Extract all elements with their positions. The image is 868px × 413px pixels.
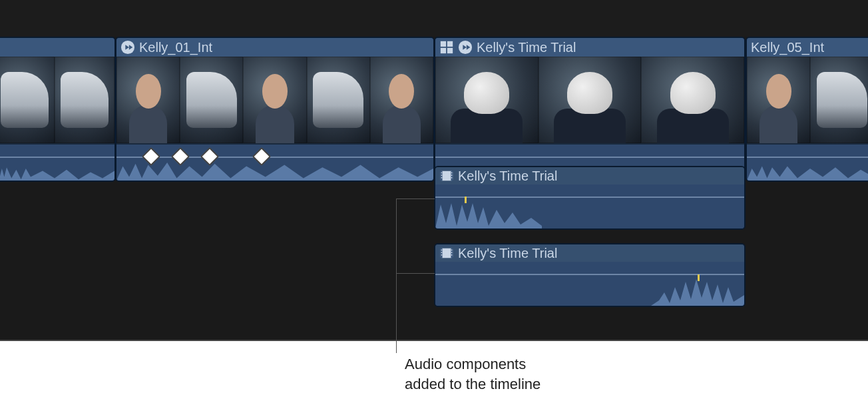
svg-rect-13 bbox=[451, 175, 452, 176]
audio-component-title: Kelly's Time Trial bbox=[458, 246, 557, 261]
thumbnail-frame bbox=[539, 57, 642, 143]
svg-rect-20 bbox=[441, 254, 442, 256]
clip-thumbnails bbox=[747, 57, 868, 143]
clip-audio-strip[interactable] bbox=[0, 143, 114, 181]
audio-component-header: Kelly's Time Trial bbox=[435, 244, 744, 262]
callout-leader-line bbox=[396, 199, 435, 199]
audio-peak-indicator bbox=[698, 274, 700, 281]
callout-text: Audio components added to the timeline bbox=[405, 354, 541, 394]
svg-rect-1 bbox=[441, 41, 446, 47]
audio-component-body[interactable] bbox=[435, 185, 744, 228]
clip-header: Kelly_01_Int bbox=[116, 38, 433, 57]
clip-title: Kelly's Time Trial bbox=[477, 40, 576, 55]
clip-audio-strip[interactable] bbox=[116, 143, 433, 181]
audio-component-header: Kelly's Time Trial bbox=[435, 167, 744, 185]
svg-rect-12 bbox=[451, 173, 452, 174]
audio-level-line[interactable] bbox=[435, 197, 744, 198]
audio-component-1[interactable]: Kelly's Time Trial bbox=[434, 166, 746, 230]
callout-line-2: added to the timeline bbox=[405, 374, 541, 394]
thumbnail-frame bbox=[0, 57, 55, 143]
callout-leader-line bbox=[396, 199, 397, 353]
clip-left-partial[interactable] bbox=[0, 37, 116, 182]
multicam-clip-icon bbox=[439, 40, 454, 55]
thumbnail-frame bbox=[116, 57, 180, 143]
thumbnail-frame bbox=[180, 57, 243, 143]
thumbnail-frame bbox=[55, 57, 114, 143]
audio-component-title: Kelly's Time Trial bbox=[458, 169, 557, 184]
thumbnail-frame bbox=[810, 57, 868, 143]
svg-rect-19 bbox=[441, 252, 442, 253]
clip-header: Kelly's Time Trial bbox=[435, 38, 744, 57]
thumbnail-frame bbox=[747, 57, 810, 143]
svg-rect-18 bbox=[441, 250, 442, 251]
svg-rect-4 bbox=[447, 48, 453, 53]
svg-rect-2 bbox=[447, 41, 453, 47]
audio-level-line[interactable] bbox=[435, 157, 744, 158]
audio-waveform bbox=[747, 157, 868, 181]
svg-rect-9 bbox=[441, 173, 442, 174]
filmstrip-icon bbox=[439, 246, 454, 260]
timeline-gutter-top bbox=[0, 0, 868, 37]
svg-rect-22 bbox=[451, 252, 452, 253]
clip-title: Kelly_01_Int bbox=[139, 40, 212, 55]
filmstrip-icon bbox=[439, 169, 454, 183]
thumbnail-frame bbox=[307, 57, 370, 143]
thumbnail-frame bbox=[641, 57, 744, 143]
audio-waveform bbox=[435, 199, 542, 228]
svg-rect-11 bbox=[441, 177, 442, 179]
svg-rect-14 bbox=[451, 177, 452, 179]
svg-rect-10 bbox=[441, 175, 442, 176]
audio-peak-indicator bbox=[465, 197, 467, 203]
audio-waveform bbox=[116, 157, 433, 181]
clip-kelly-01-int[interactable]: Kelly_01_Int bbox=[115, 37, 435, 182]
thumbnail-frame bbox=[435, 57, 539, 143]
audio-component-body[interactable] bbox=[435, 262, 744, 306]
audio-waveform bbox=[0, 157, 114, 181]
thumbnail-frame bbox=[370, 57, 433, 143]
clip-title: Kelly_05_Int bbox=[751, 40, 824, 55]
clip-kelly-05-int[interactable]: Kelly_05_Int bbox=[746, 37, 868, 182]
svg-rect-3 bbox=[441, 48, 446, 53]
clip-thumbnails bbox=[435, 57, 744, 143]
clip-header: Kelly_05_Int bbox=[747, 38, 868, 57]
clip-header bbox=[0, 38, 114, 57]
svg-rect-23 bbox=[451, 254, 452, 256]
compound-clip-icon bbox=[458, 40, 473, 55]
clip-audio-strip[interactable] bbox=[747, 143, 868, 181]
compound-clip-icon bbox=[120, 40, 135, 55]
audio-component-2[interactable]: Kelly's Time Trial bbox=[434, 243, 746, 307]
svg-rect-21 bbox=[451, 250, 452, 251]
audio-waveform bbox=[651, 276, 744, 306]
thumbnail-frame bbox=[243, 57, 306, 143]
timeline-area[interactable]: Kelly_01_Int bbox=[0, 0, 868, 341]
clip-thumbnails bbox=[116, 57, 433, 143]
clip-thumbnails bbox=[0, 57, 114, 143]
callout-leader-line bbox=[396, 273, 435, 274]
callout-line-1: Audio components bbox=[405, 354, 541, 374]
clip-kellys-time-trial[interactable]: Kelly's Time Trial bbox=[434, 37, 746, 182]
